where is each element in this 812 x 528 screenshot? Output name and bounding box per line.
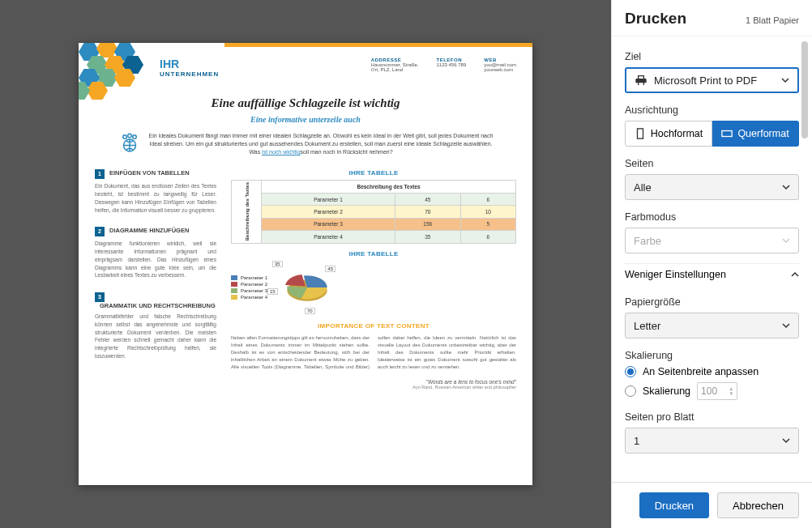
spinner-icon: ▲▼ — [729, 386, 733, 396]
scaling-custom-radio[interactable]: Skalierung 100 ▲▼ — [625, 382, 799, 400]
scaling-label: Skalierung — [625, 350, 799, 361]
scaling-value-input[interactable]: 100 ▲▼ — [697, 382, 737, 400]
destination-label: Ziel — [625, 51, 799, 62]
settings-toggle[interactable]: Weniger Einstellungen — [625, 263, 799, 285]
chevron-down-icon — [782, 183, 790, 191]
radio-checked-icon — [625, 366, 636, 377]
chevron-down-icon — [782, 436, 790, 445]
svg-point-3 — [133, 135, 137, 139]
preview-page: IHR UNTERNEHMEN ADDRESSEHausnummer, Stra… — [79, 43, 532, 485]
color-mode-label: Farbmodus — [625, 211, 799, 223]
sheet-count: 1 Blatt Papier — [746, 15, 799, 25]
right-column: IHRE TABELLE Beschreibung des TextesBesc… — [231, 169, 516, 389]
quote: "Words are a lens to focus one's mind" A… — [231, 379, 516, 390]
scrollbar[interactable] — [799, 36, 810, 482]
headline: Eine auffällige Schlagzeile ist wichtig — [95, 96, 516, 110]
sample-table: Beschreibung des TextesBeschreibung des … — [231, 180, 516, 243]
paper-size-select[interactable]: Letter — [625, 313, 799, 339]
orientation-portrait-button[interactable]: Hochformat — [625, 121, 712, 147]
scaling-fit-radio[interactable]: An Seitenbreite anpassen — [625, 366, 799, 377]
pages-label: Seiten — [625, 158, 799, 169]
svg-rect-6 — [722, 131, 732, 137]
pages-per-sheet-label: Seiten pro Blatt — [625, 411, 799, 423]
chevron-up-icon — [791, 270, 799, 279]
accent-bar — [224, 43, 532, 47]
orientation-landscape-button[interactable]: Querformat — [712, 121, 799, 147]
color-mode-select: Farbe — [625, 228, 799, 253]
chevron-down-icon — [781, 76, 789, 84]
print-button[interactable]: Drucken — [639, 492, 709, 518]
pages-per-sheet-select[interactable]: 1 — [625, 428, 799, 453]
pie-legend: Parameter 1 Parameter 2 Parameter 3 Para… — [231, 274, 267, 301]
contact-block: ADDRESSEHausnummer, Straße, Ort, PLZ, La… — [371, 57, 516, 78]
pie-chart: 35 45 15 70 — [276, 264, 339, 311]
paper-size-label: Papiergröße — [625, 296, 799, 308]
svg-rect-5 — [637, 129, 643, 138]
intro-paragraph: Ein ideales Dokument fängt man immer mit… — [118, 132, 494, 156]
globe-icon — [118, 132, 142, 156]
chevron-down-icon — [782, 236, 790, 245]
sidebar-title: Drucken — [625, 10, 686, 28]
svg-point-1 — [123, 135, 127, 139]
orientation-label: Ausrichtung — [625, 104, 799, 116]
portrait-icon — [635, 128, 646, 139]
left-column: 1EINFÜGEN VON TABELLEN Ein Dokument, das… — [95, 169, 216, 389]
printer-icon — [635, 74, 647, 87]
cancel-button[interactable]: Abbrechen — [717, 492, 799, 518]
landscape-icon — [721, 128, 733, 139]
print-preview-area: IHR UNTERNEHMEN ADDRESSEHausnummer, Stra… — [0, 0, 611, 528]
pages-select[interactable]: Alle — [625, 174, 799, 200]
chevron-down-icon — [782, 321, 790, 330]
subheadline: Eine informative unterzeile auch — [95, 115, 516, 124]
print-sidebar: Drucken 1 Blatt Papier Ziel Microsoft Pr… — [611, 0, 812, 528]
destination-select[interactable]: Microsoft Print to PDF — [625, 67, 799, 93]
brand-logo-text: IHR UNTERNEHMEN — [160, 57, 219, 78]
radio-unchecked-icon — [625, 385, 636, 397]
importance-text: Neben allen Formatierungstipps gilt es h… — [231, 334, 516, 371]
svg-point-2 — [128, 134, 132, 138]
